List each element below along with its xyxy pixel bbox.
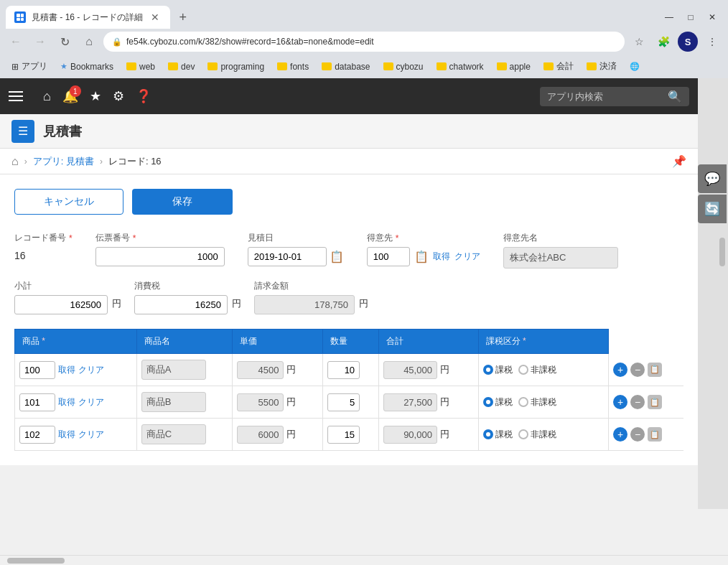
bookmark-kaikei[interactable]: 会計	[538, 59, 579, 74]
non-taxable-radio-1[interactable]	[518, 365, 528, 375]
tab-close-button[interactable]: ✕	[149, 11, 162, 24]
home-nav-button[interactable]: ⌂	[79, 32, 99, 52]
product-clear-btn-3[interactable]: クリア	[78, 429, 104, 441]
bookmark-cybozu[interactable]: cybozu	[378, 60, 429, 73]
table-row: 取得 クリア 商品A 4500 円	[15, 354, 684, 386]
calendar-icon[interactable]: 📋	[330, 250, 344, 263]
favorites-button[interactable]: ★	[90, 88, 101, 104]
bottom-scrollbar[interactable]	[0, 555, 728, 565]
bookmark-globe[interactable]: 🌐	[624, 60, 645, 73]
forward-button[interactable]: →	[30, 32, 50, 52]
customer-code-input[interactable]	[367, 247, 410, 266]
non-taxable-radio-3[interactable]	[518, 429, 528, 439]
delete-row-button-2[interactable]: −	[630, 395, 645, 409]
reload-button[interactable]: ↻	[55, 32, 75, 52]
bookmark-programing[interactable]: programing	[202, 60, 270, 73]
form-row-1: レコード番号 * 16 伝票番号 * 見積日	[14, 232, 683, 269]
app-title-bar: ☰ 見積書	[0, 114, 698, 149]
quote-date-input[interactable]	[248, 247, 327, 266]
taxable-radio-1[interactable]	[483, 365, 493, 375]
taxable-radio-3[interactable]	[483, 429, 493, 439]
taxable-option-1[interactable]: 課税	[483, 364, 513, 376]
bookmark-bookmarks[interactable]: ★ Bookmarks	[55, 60, 119, 73]
product-clear-btn-1[interactable]: クリア	[78, 364, 104, 376]
bookmark-kessai[interactable]: 決済	[581, 59, 622, 74]
address-input[interactable]: 🔒 fe54k.cybozu.com/k/382/show#record=16&…	[103, 32, 625, 52]
tax-input[interactable]	[134, 295, 228, 314]
sidebar-toggle-button[interactable]: ☰	[11, 120, 34, 143]
bookmark-star-button[interactable]: ☆	[629, 32, 649, 52]
bookmark-web[interactable]: web	[121, 60, 161, 73]
bookmark-dev[interactable]: dev	[162, 60, 200, 73]
product-clear-btn-2[interactable]: クリア	[78, 396, 104, 408]
non-taxable-option-1[interactable]: 非課税	[518, 364, 556, 376]
taxable-option-3[interactable]: 課税	[483, 429, 513, 441]
non-taxable-option-3[interactable]: 非課税	[518, 429, 556, 441]
taxable-option-2[interactable]: 課税	[483, 396, 513, 408]
name-cell-1: 商品A	[136, 354, 233, 386]
product-lookup-btn-3[interactable]: 取得	[58, 429, 75, 441]
taxable-radio-2[interactable]	[483, 397, 493, 407]
bookmark-apple[interactable]: apple	[491, 60, 536, 73]
bookmark-chatwork[interactable]: chatwork	[431, 60, 490, 73]
copy-row-button-3[interactable]: 📋	[648, 427, 662, 442]
home-icon-button[interactable]: ⌂	[43, 89, 51, 104]
save-button[interactable]: 保存	[132, 189, 233, 215]
product-lookup-btn-2[interactable]: 取得	[58, 396, 75, 408]
cancel-button[interactable]: キャンセル	[14, 189, 123, 215]
delete-row-button-1[interactable]: −	[630, 363, 645, 377]
horizontal-scroll-thumb[interactable]	[7, 558, 65, 564]
bookmark-database[interactable]: database	[316, 60, 375, 73]
customer-lookup-button[interactable]: 取得	[433, 251, 450, 263]
search-icon[interactable]: 🔍	[668, 90, 682, 103]
voucher-number-input[interactable]	[95, 247, 225, 266]
voucher-required-mark: *	[133, 233, 136, 243]
row-actions-cell-3: + − 📋	[609, 419, 683, 451]
add-row-button-1[interactable]: +	[613, 363, 627, 377]
maximize-button[interactable]: □	[681, 7, 701, 27]
product-code-input-1[interactable]	[19, 361, 55, 379]
add-row-button-2[interactable]: +	[613, 395, 627, 409]
bookmark-fonts[interactable]: fonts	[271, 60, 314, 73]
minimize-button[interactable]: —	[659, 7, 679, 27]
summary-row: 小計 円 消費税 円 請求金額 178,750 円	[14, 280, 683, 314]
add-row-button-3[interactable]: +	[613, 427, 627, 442]
browser-menu-button[interactable]: ⋮	[702, 32, 722, 52]
breadcrumb-app-link[interactable]: アプリ: 見積書	[33, 155, 94, 168]
history-panel-button[interactable]: 🔄	[698, 195, 727, 223]
comment-panel-button[interactable]: 💬	[698, 164, 727, 193]
active-tab[interactable]: 見積書 - 16 - レコードの詳細 ✕	[6, 6, 170, 29]
copy-row-button-1[interactable]: 📋	[648, 363, 662, 377]
delete-row-button-3[interactable]: −	[630, 427, 645, 442]
tax-cell-1: 課税 非課税	[478, 354, 609, 386]
copy-row-button-2[interactable]: 📋	[648, 395, 662, 409]
tax-cell-2: 課税 非課税	[478, 386, 609, 419]
customer-clear-button[interactable]: クリア	[454, 251, 480, 263]
hamburger-menu-button[interactable]	[9, 91, 32, 101]
notification-button[interactable]: 🔔 1	[62, 88, 78, 104]
tax-required-mark: *	[523, 336, 526, 346]
close-window-button[interactable]: ✕	[702, 7, 722, 27]
lookup-document-icon[interactable]: 📋	[414, 250, 429, 263]
back-button[interactable]: ←	[6, 32, 26, 52]
col-product: 商品 *	[15, 330, 137, 354]
product-lookup-btn-1[interactable]: 取得	[58, 364, 75, 376]
non-taxable-option-2[interactable]: 非課税	[518, 396, 556, 408]
product-code-input-3[interactable]	[19, 426, 55, 444]
extensions-button[interactable]: 🧩	[653, 32, 673, 52]
bookmark-apps[interactable]: ⊞ アプリ	[6, 59, 53, 74]
help-button[interactable]: ❓	[136, 88, 151, 104]
subtotal-input[interactable]	[14, 295, 108, 314]
product-code-input-2[interactable]	[19, 393, 55, 411]
new-tab-button[interactable]: +	[173, 7, 193, 27]
quantity-input-1[interactable]	[327, 361, 360, 379]
app-search-input[interactable]	[547, 91, 662, 102]
pin-icon[interactable]: 📌	[672, 154, 686, 168]
breadcrumb-home-icon[interactable]: ⌂	[11, 155, 19, 168]
quantity-input-3[interactable]	[327, 426, 360, 444]
quantity-input-2[interactable]	[327, 393, 360, 411]
settings-button[interactable]: ⚙	[113, 88, 124, 104]
profile-avatar[interactable]: S	[678, 32, 698, 52]
customer-lookup-group: 📋 取得 クリア	[367, 247, 480, 266]
non-taxable-radio-2[interactable]	[518, 397, 528, 407]
